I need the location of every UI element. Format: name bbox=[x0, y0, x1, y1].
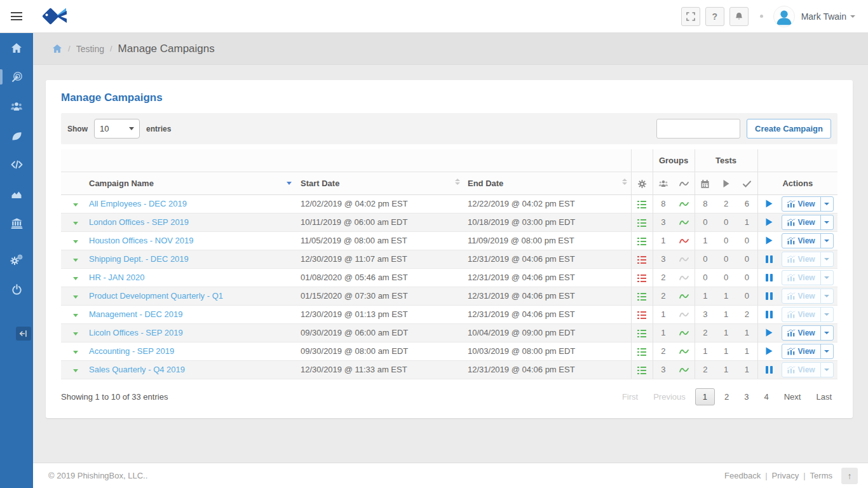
view-dropdown-toggle[interactable] bbox=[820, 363, 833, 377]
view-dropdown-toggle[interactable] bbox=[820, 308, 833, 322]
pagination-next[interactable]: Next bbox=[778, 389, 807, 405]
sidebar-collapse-button[interactable] bbox=[16, 327, 31, 341]
row-expand-caret-icon[interactable] bbox=[73, 314, 78, 317]
view-button[interactable]: View bbox=[782, 308, 820, 322]
play-campaign-icon[interactable] bbox=[766, 236, 773, 245]
notifications-button[interactable] bbox=[729, 7, 749, 26]
sidebar-item-leaf[interactable] bbox=[0, 121, 33, 150]
row-expand-caret-icon[interactable] bbox=[73, 369, 78, 372]
pagination-page-4[interactable]: 4 bbox=[758, 389, 774, 405]
recipient-list-icon[interactable] bbox=[637, 293, 646, 301]
campaign-name-link[interactable]: Accounting - SEP 2019 bbox=[89, 346, 174, 356]
pause-campaign-icon[interactable] bbox=[766, 311, 773, 318]
pause-campaign-icon[interactable] bbox=[766, 274, 773, 281]
campaign-name-link[interactable]: Shipping Dept. - DEC 2019 bbox=[89, 254, 189, 264]
group-activity-wave-icon[interactable] bbox=[679, 256, 689, 263]
campaign-name-link[interactable]: Licoln Offices - SEP 2019 bbox=[89, 328, 183, 337]
view-dropdown-toggle[interactable] bbox=[820, 289, 833, 303]
recipient-list-icon[interactable] bbox=[637, 274, 646, 282]
breadcrumb-home-link[interactable] bbox=[52, 44, 62, 53]
breadcrumb-item-testing[interactable]: Testing bbox=[76, 44, 104, 54]
chevron-down-icon[interactable] bbox=[850, 15, 855, 18]
group-activity-wave-icon[interactable] bbox=[679, 274, 689, 281]
sidebar-item-gears[interactable] bbox=[0, 245, 33, 274]
column-header-campaign-name[interactable]: Campaign Name bbox=[85, 172, 297, 194]
recipient-list-icon[interactable] bbox=[637, 256, 646, 264]
search-input[interactable] bbox=[656, 119, 740, 139]
group-activity-wave-icon[interactable] bbox=[679, 348, 689, 355]
view-dropdown-toggle[interactable] bbox=[820, 197, 833, 211]
campaign-name-link[interactable]: Houston Offices - NOV 2019 bbox=[89, 236, 194, 245]
fullscreen-button[interactable] bbox=[681, 7, 700, 26]
sidebar-item-bank[interactable] bbox=[0, 208, 33, 238]
row-expand-caret-icon[interactable] bbox=[73, 332, 78, 336]
play-campaign-icon[interactable] bbox=[766, 329, 773, 337]
menu-toggle-button[interactable] bbox=[0, 0, 33, 33]
view-dropdown-toggle[interactable] bbox=[820, 234, 833, 248]
pagination-page-3[interactable]: 3 bbox=[738, 389, 754, 405]
campaign-name-link[interactable]: Product Development Quarterly - Q1 bbox=[89, 291, 223, 301]
play-campaign-icon[interactable] bbox=[766, 200, 773, 208]
row-expand-caret-icon[interactable] bbox=[73, 277, 78, 280]
pause-campaign-icon[interactable] bbox=[766, 255, 773, 263]
view-button[interactable]: View bbox=[782, 326, 820, 340]
campaign-name-link[interactable]: London Offices - SEP 2019 bbox=[89, 217, 189, 227]
sidebar-item-users[interactable] bbox=[0, 92, 33, 121]
view-button[interactable]: View bbox=[782, 197, 820, 211]
campaign-name-link[interactable]: HR - JAN 2020 bbox=[89, 273, 144, 282]
view-button[interactable]: View bbox=[782, 234, 820, 248]
campaign-name-link[interactable]: Sales Quarterly - Q4 2019 bbox=[89, 365, 185, 374]
pagination-page-2[interactable]: 2 bbox=[719, 389, 735, 405]
sidebar-item-power[interactable] bbox=[0, 274, 33, 304]
pause-campaign-icon[interactable] bbox=[766, 292, 773, 300]
help-button[interactable]: ? bbox=[705, 7, 724, 26]
pagination-last[interactable]: Last bbox=[810, 389, 837, 405]
sidebar-item-target[interactable] bbox=[0, 62, 33, 92]
view-button[interactable]: View bbox=[782, 344, 820, 358]
view-button[interactable]: View bbox=[782, 252, 820, 266]
view-dropdown-toggle[interactable] bbox=[820, 252, 833, 266]
group-activity-wave-icon[interactable] bbox=[679, 330, 689, 337]
sidebar-item-chart[interactable] bbox=[0, 179, 33, 208]
view-button[interactable]: View bbox=[782, 271, 820, 285]
phishingbox-logo[interactable] bbox=[41, 5, 70, 28]
footer-link-feedback[interactable]: Feedback bbox=[724, 471, 761, 480]
pagination-page-1[interactable]: 1 bbox=[695, 388, 715, 405]
pause-campaign-icon[interactable] bbox=[766, 366, 773, 374]
recipient-list-icon[interactable] bbox=[637, 330, 646, 337]
group-activity-wave-icon[interactable] bbox=[679, 293, 689, 300]
recipient-list-icon[interactable] bbox=[637, 367, 646, 374]
group-activity-wave-icon[interactable] bbox=[679, 201, 689, 208]
column-header-end-date[interactable]: End Date bbox=[464, 172, 631, 194]
footer-link-terms[interactable]: Terms bbox=[810, 471, 832, 480]
view-dropdown-toggle[interactable] bbox=[820, 344, 833, 358]
view-button[interactable]: View bbox=[782, 215, 820, 229]
create-campaign-button[interactable]: Create Campaign bbox=[747, 119, 831, 139]
row-expand-caret-icon[interactable] bbox=[73, 240, 78, 243]
sidebar-item-code[interactable] bbox=[0, 150, 33, 179]
recipient-list-icon[interactable] bbox=[637, 201, 646, 208]
row-expand-caret-icon[interactable] bbox=[73, 203, 78, 207]
group-activity-wave-icon[interactable] bbox=[679, 311, 689, 318]
sidebar-item-home[interactable] bbox=[0, 33, 33, 62]
view-dropdown-toggle[interactable] bbox=[820, 326, 833, 340]
recipient-list-icon[interactable] bbox=[637, 238, 646, 245]
play-campaign-icon[interactable] bbox=[766, 218, 773, 226]
play-campaign-icon[interactable] bbox=[766, 347, 773, 355]
campaign-name-link[interactable]: Management - DEC 2019 bbox=[89, 309, 182, 319]
row-expand-caret-icon[interactable] bbox=[73, 295, 78, 299]
campaign-name-link[interactable]: All Employees - DEC 2019 bbox=[89, 199, 187, 208]
view-button[interactable]: View bbox=[782, 289, 820, 303]
recipient-list-icon[interactable] bbox=[637, 219, 646, 227]
view-button[interactable]: View bbox=[782, 363, 820, 377]
recipient-list-icon[interactable] bbox=[637, 311, 646, 319]
user-menu[interactable]: Mark Twain bbox=[801, 11, 846, 22]
view-dropdown-toggle[interactable] bbox=[820, 271, 833, 285]
row-expand-caret-icon[interactable] bbox=[73, 351, 78, 354]
view-dropdown-toggle[interactable] bbox=[820, 215, 833, 229]
row-expand-caret-icon[interactable] bbox=[73, 259, 78, 262]
row-expand-caret-icon[interactable] bbox=[73, 222, 78, 225]
group-activity-wave-icon[interactable] bbox=[679, 219, 689, 226]
footer-link-privacy[interactable]: Privacy bbox=[772, 471, 799, 480]
recipient-list-icon[interactable] bbox=[637, 348, 646, 356]
